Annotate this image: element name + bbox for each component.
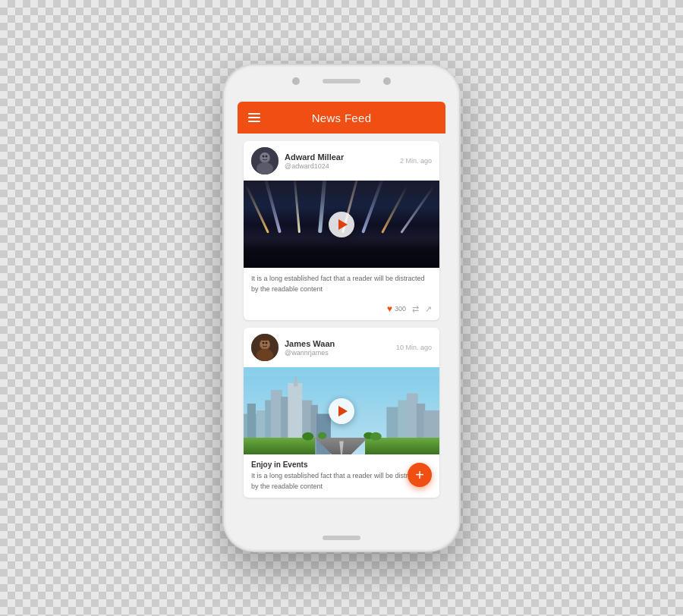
share-icon-1[interactable]: ↗ <box>425 304 432 314</box>
phone-screen: News Feed <box>238 102 445 522</box>
play-button-1[interactable] <box>329 212 354 237</box>
svg-point-11 <box>266 342 268 344</box>
svg-point-2 <box>257 162 273 174</box>
card-text-2: It is a long established fact that a rea… <box>251 471 432 492</box>
like-count-1: 300 <box>395 305 406 313</box>
phone-home-button <box>323 536 360 540</box>
news-feed[interactable]: Adward Millear @adward1024 2 Min. ago <box>238 134 445 522</box>
feed-card-1: Adward Millear @adward1024 2 Min. ago <box>244 141 439 320</box>
menu-icon[interactable] <box>248 113 260 122</box>
repost-icon-1[interactable]: ⇄ <box>412 304 419 314</box>
svg-point-8 <box>257 349 273 361</box>
card-actions-1: ♥ 300 ⇄ ↗ <box>244 300 439 320</box>
phone-speaker <box>323 79 360 83</box>
heart-icon-1: ♥ <box>387 303 392 314</box>
app-bar: News Feed <box>238 102 445 134</box>
fab-add-button[interactable]: + <box>408 463 432 487</box>
user-handle-1: @adward1024 <box>285 162 400 170</box>
svg-rect-31 <box>244 438 315 455</box>
svg-rect-12 <box>262 338 268 341</box>
crowd <box>244 237 439 268</box>
phone-camera-right <box>383 77 391 85</box>
svg-point-5 <box>266 156 268 158</box>
svg-point-4 <box>263 156 265 158</box>
user-name-1: Adward Millear <box>285 152 400 162</box>
user-handle-2: @wannrjames <box>285 349 396 357</box>
video-thumb-2[interactable] <box>244 367 439 454</box>
phone-camera-left <box>292 77 300 85</box>
play-triangle-2 <box>338 406 348 416</box>
video-thumb-1[interactable] <box>244 181 439 268</box>
feed-card-2: James Waan @wannrjames 10 Min. ago <box>244 328 439 498</box>
play-button-2[interactable] <box>329 398 354 424</box>
like-group-1[interactable]: ♥ 300 <box>387 303 406 314</box>
avatar-1 <box>251 147 279 174</box>
post-time-2: 10 Min. ago <box>396 344 432 351</box>
svg-point-38 <box>370 432 382 440</box>
card-body-1: It is a long established fact that a rea… <box>244 268 439 300</box>
card-text-1: It is a long established fact that a rea… <box>251 274 432 294</box>
user-info-2: James Waan @wannrjames <box>285 338 396 357</box>
svg-point-10 <box>263 342 265 344</box>
card-header-2: James Waan @wannrjames 10 Min. ago <box>244 328 439 367</box>
svg-point-35 <box>302 432 313 440</box>
app-title: News Feed <box>269 112 414 124</box>
user-name-2: James Waan <box>285 338 396 349</box>
svg-point-36 <box>318 432 326 438</box>
card-title-2: Enjoy in Events <box>251 460 432 469</box>
avatar-2 <box>251 334 279 361</box>
phone-shell: News Feed <box>224 65 459 551</box>
svg-rect-22 <box>295 376 297 382</box>
card-header-1: Adward Millear @adward1024 2 Min. ago <box>244 141 439 181</box>
user-info-1: Adward Millear @adward1024 <box>285 152 400 170</box>
phone-mockup: News Feed <box>224 65 459 551</box>
post-time-1: 2 Min. ago <box>400 157 432 165</box>
play-triangle-1 <box>338 219 348 230</box>
